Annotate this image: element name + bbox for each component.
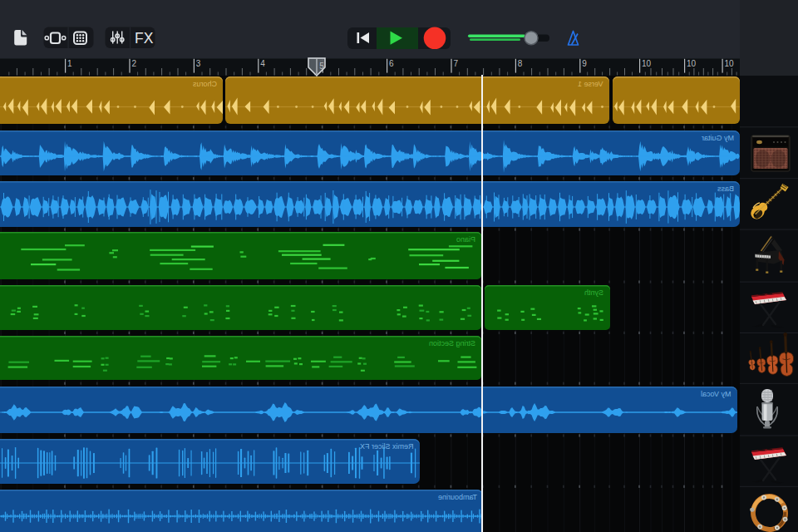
svg-text:10: 10	[725, 59, 735, 68]
svg-text:10: 10	[642, 59, 652, 68]
svg-text:2: 2	[131, 59, 136, 68]
svg-text:7: 7	[453, 59, 458, 68]
svg-text:3: 3	[196, 59, 201, 68]
svg-text:4: 4	[260, 59, 265, 68]
svg-text:6: 6	[389, 59, 394, 68]
svg-text:5: 5	[319, 62, 324, 71]
svg-text:1: 1	[67, 59, 72, 68]
svg-text:8: 8	[518, 59, 523, 68]
svg-text:FX: FX	[135, 30, 154, 47]
svg-text:9: 9	[582, 59, 587, 68]
svg-text:10: 10	[687, 59, 697, 68]
